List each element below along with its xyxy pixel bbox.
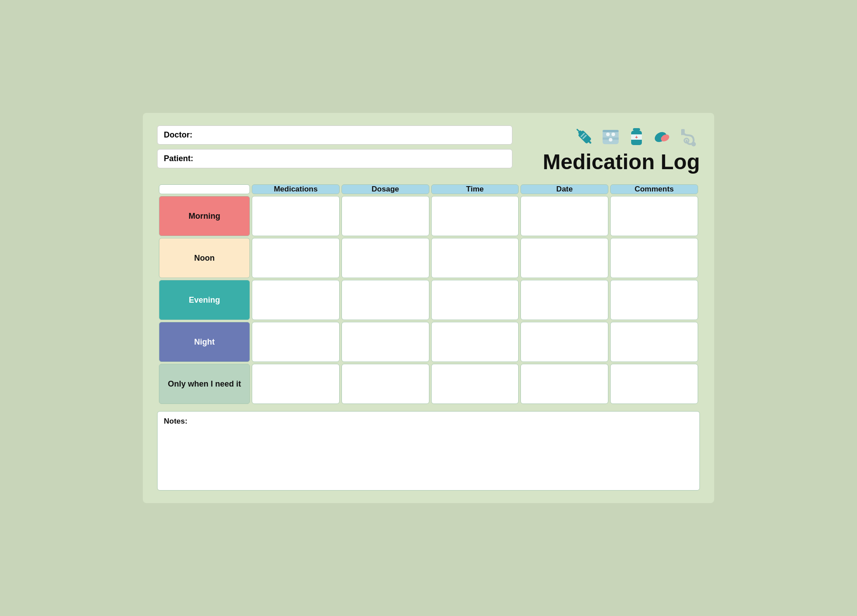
svg-rect-7: [603, 130, 619, 132]
table-cell[interactable]: [431, 364, 519, 404]
notes-section: Notes:: [157, 411, 700, 491]
header-time: Time: [431, 184, 519, 194]
page: Doctor: Patient:: [143, 113, 714, 504]
table-cell[interactable]: [341, 238, 429, 278]
table-cell[interactable]: [341, 196, 429, 236]
table-cell[interactable]: [341, 364, 429, 404]
svg-point-11: [609, 138, 612, 142]
table-cell[interactable]: [610, 280, 698, 320]
table-cell[interactable]: [252, 280, 340, 320]
header-date: Date: [520, 184, 608, 194]
doctor-label: Doctor:: [164, 130, 192, 140]
patient-field-row: Patient:: [157, 149, 512, 168]
syringe-icon: [573, 125, 596, 149]
table-cell[interactable]: [431, 280, 519, 320]
table-cell[interactable]: [610, 196, 698, 236]
stethoscope-icon: [677, 125, 700, 149]
form-fields: Doctor: Patient:: [157, 125, 512, 174]
svg-text:+: +: [635, 134, 638, 140]
table-row: Only when I need it: [159, 364, 698, 404]
top-section: Doctor: Patient:: [157, 125, 700, 174]
header-dosage: Dosage: [341, 184, 429, 194]
table-cell[interactable]: [341, 280, 429, 320]
table-row: Noon: [159, 238, 698, 278]
table-cell[interactable]: [520, 280, 608, 320]
table-row: Morning: [159, 196, 698, 236]
table-cell[interactable]: [520, 238, 608, 278]
row-label-evening: Evening: [159, 280, 250, 320]
pills-icon: [599, 125, 622, 149]
table-cell[interactable]: [520, 196, 608, 236]
header-empty: [159, 184, 250, 194]
row-label-when: Only when I need it: [159, 364, 250, 404]
svg-point-19: [691, 142, 696, 146]
table-cell[interactable]: [252, 322, 340, 362]
patient-label: Patient:: [164, 154, 193, 163]
header-comments: Comments: [610, 184, 698, 194]
table-cell[interactable]: [610, 238, 698, 278]
table-cell[interactable]: [520, 364, 608, 404]
notes-input[interactable]: [164, 429, 693, 483]
table-cell[interactable]: [610, 364, 698, 404]
header-right: + Medication Log: [521, 125, 700, 174]
doctor-input[interactable]: [196, 131, 506, 139]
table-row: Evening: [159, 280, 698, 320]
table-row: Night: [159, 322, 698, 362]
table-cell[interactable]: [431, 322, 519, 362]
row-label-morning: Morning: [159, 196, 250, 236]
table-cell[interactable]: [252, 364, 340, 404]
notes-label: Notes:: [164, 417, 693, 426]
svg-rect-12: [633, 128, 640, 131]
table-cell[interactable]: [341, 322, 429, 362]
table-header-row: Medications Dosage Time Date Comments: [159, 184, 698, 194]
svg-point-9: [606, 133, 610, 136]
table-cell[interactable]: [252, 196, 340, 236]
svg-point-10: [612, 133, 615, 136]
medication-table: Medications Dosage Time Date Comments Mo…: [157, 183, 700, 406]
medicine-bottle-icon: +: [625, 125, 648, 149]
row-label-night: Night: [159, 322, 250, 362]
header-medications: Medications: [252, 184, 340, 194]
patient-input[interactable]: [197, 154, 506, 162]
table-cell[interactable]: [252, 238, 340, 278]
table-cell[interactable]: [431, 196, 519, 236]
capsule-icon: [651, 125, 674, 149]
row-label-noon: Noon: [159, 238, 250, 278]
table-cell[interactable]: [610, 322, 698, 362]
svg-line-5: [577, 129, 579, 131]
table-cell[interactable]: [520, 322, 608, 362]
page-title: Medication Log: [543, 150, 700, 174]
icons-row: +: [573, 125, 700, 149]
table-cell[interactable]: [431, 238, 519, 278]
doctor-field-row: Doctor:: [157, 125, 512, 145]
